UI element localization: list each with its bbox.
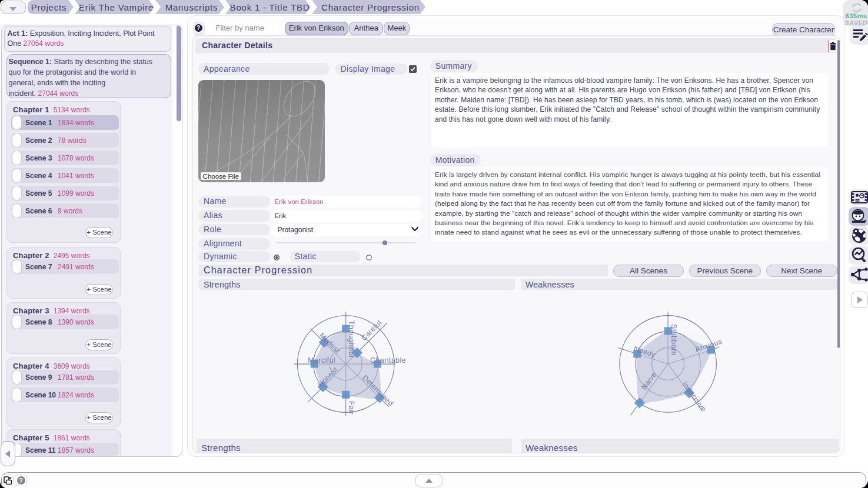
svg-text:Thoughtful: Thoughtful — [347, 320, 355, 357]
svg-text:Stubborn: Stubborn — [670, 324, 678, 356]
svg-text:Charitable: Charitable — [370, 356, 406, 365]
svg-text:Fair: Fair — [347, 401, 355, 415]
svg-text:Merciful: Merciful — [308, 356, 335, 365]
